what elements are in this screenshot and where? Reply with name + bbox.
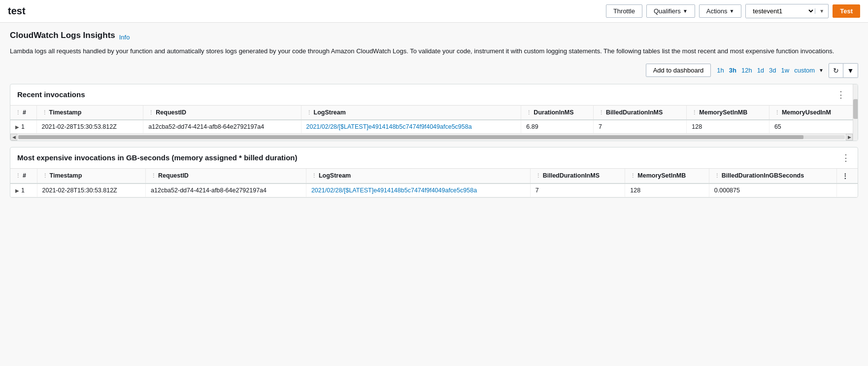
recent-invocations-header: Recent invocations ⋮: [10, 84, 853, 106]
recent-invocations-table-container: Recent invocations ⋮ ⋮# ⋮Timestamp ⋮Requ…: [10, 84, 853, 141]
cell-num: ▶1: [10, 120, 36, 134]
time-custom[interactable]: custom: [793, 66, 816, 75]
hscroll-track: [18, 135, 845, 139]
col-billed-duration: ⋮BilledDurationInMS: [594, 106, 687, 120]
expensive-invocations-table: ⋮# ⋮Timestamp ⋮RequestID ⋮LogStream ⋮Bil…: [10, 169, 858, 197]
col-logstream: ⋮LogStream: [306, 169, 530, 183]
col-drag-icon[interactable]: ⋮: [15, 173, 21, 179]
cell-more: [836, 183, 858, 197]
col-drag-icon[interactable]: ⋮: [714, 173, 720, 179]
actions-chevron-icon: ▼: [729, 8, 734, 14]
time-controls-row: Add to dashboard 1h 3h 12h 1d 3d 1w cust…: [10, 63, 858, 78]
recent-invocations-body: Recent invocations ⋮ ⋮# ⋮Timestamp ⋮Requ…: [10, 84, 858, 141]
cloudwatch-description: Lambda logs all requests handled by your…: [10, 46, 858, 56]
time-1w[interactable]: 1w: [780, 66, 791, 75]
cell-memory-used: 65: [769, 120, 853, 134]
col-memory-set: ⋮MemorySetInMB: [625, 169, 709, 183]
hscroll-left-arrow-icon[interactable]: ◀: [10, 134, 17, 141]
refresh-options-icon[interactable]: ▼: [843, 63, 858, 78]
recent-invocations-section: Recent invocations ⋮ ⋮# ⋮Timestamp ⋮Requ…: [10, 84, 858, 141]
cell-memory-set: 128: [687, 120, 769, 134]
logstream-link[interactable]: 2021/02/28/[$LATEST]e4914148b5c7474f9f40…: [306, 123, 472, 130]
recent-invocations-vscroll[interactable]: [853, 84, 858, 141]
col-billed-duration: ⋮BilledDurationInMS: [530, 169, 625, 183]
hscroll-right-arrow-icon[interactable]: ▶: [846, 134, 853, 141]
expand-arrow-icon[interactable]: ▶: [15, 124, 19, 130]
col-drag-icon[interactable]: ⋮: [692, 110, 697, 115]
cell-timestamp: 2021-02-28T15:30:53.812Z: [37, 183, 146, 197]
vscroll-thumb: [853, 99, 858, 119]
expensive-invocations-more-icon[interactable]: ⋮: [841, 152, 851, 163]
event-selector[interactable]: testevent1 ▼: [745, 4, 829, 18]
col-drag-icon[interactable]: ⋮: [42, 110, 47, 115]
recent-invocations-title: Recent invocations: [17, 90, 85, 99]
expensive-invocations-title: Most expensive invocations in GB-seconds…: [17, 153, 297, 162]
col-drag-icon[interactable]: ⋮: [15, 110, 21, 115]
recent-invocations-more-icon[interactable]: ⋮: [836, 89, 846, 100]
expensive-invocations-table-container: Most expensive invocations in GB-seconds…: [10, 147, 858, 197]
cell-logstream: 2021/02/28/[$LATEST]e4914148b5c7474f9f40…: [301, 120, 521, 134]
top-bar: test Throttle Qualifiers ▼ Actions ▼ tes…: [0, 0, 868, 23]
col-timestamp: ⋮Timestamp: [36, 106, 143, 120]
top-bar-actions: Throttle Qualifiers ▼ Actions ▼ testeven…: [606, 4, 860, 18]
col-request-id: ⋮RequestID: [146, 169, 306, 183]
col-drag-icon[interactable]: ⋮: [774, 110, 780, 115]
cloudwatch-title: CloudWatch Logs Insights: [10, 31, 115, 40]
col-drag-icon[interactable]: ⋮: [526, 110, 532, 115]
cell-logstream: 2021/02/28/[$LATEST]e4914148b5c7474f9f40…: [306, 183, 530, 197]
qualifiers-button[interactable]: Qualifiers ▼: [646, 4, 695, 18]
recent-invocations-table: ⋮# ⋮Timestamp ⋮RequestID ⋮LogStream ⋮Dur…: [10, 106, 853, 134]
event-select-arrow-icon[interactable]: ▼: [815, 8, 828, 14]
recent-invocations-hscroll[interactable]: ◀ ▶: [10, 134, 853, 141]
expensive-invocations-scroll[interactable]: ⋮# ⋮Timestamp ⋮RequestID ⋮LogStream ⋮Bil…: [10, 169, 858, 197]
col-drag-icon[interactable]: ⋮: [306, 110, 312, 115]
time-1d[interactable]: 1d: [756, 66, 765, 75]
expensive-invocations-body: Most expensive invocations in GB-seconds…: [10, 147, 858, 197]
expand-arrow-icon[interactable]: ▶: [15, 188, 19, 193]
col-drag-icon[interactable]: ⋮: [599, 110, 604, 115]
expensive-invocations-header: Most expensive invocations in GB-seconds…: [10, 147, 858, 169]
cell-num: ▶1: [10, 183, 37, 197]
info-link[interactable]: Info: [119, 34, 130, 41]
cell-request-id: a12cba52-dd74-4214-afb8-64e2792197a4: [143, 120, 301, 134]
cell-duration: 6.89: [521, 120, 594, 134]
col-drag-icon[interactable]: ⋮: [311, 173, 317, 179]
col-num: ⋮#: [10, 169, 37, 183]
cell-memory-set: 128: [625, 183, 709, 197]
test-button[interactable]: Test: [833, 4, 860, 18]
expensive-invocations-col-headers: ⋮# ⋮Timestamp ⋮RequestID ⋮LogStream ⋮Bil…: [10, 169, 858, 183]
col-drag-icon[interactable]: ⋮: [151, 173, 156, 179]
col-memory-used: ⋮MemoryUsedInM: [769, 106, 853, 120]
add-to-dashboard-button[interactable]: Add to dashboard: [646, 64, 711, 77]
time-12h[interactable]: 12h: [740, 66, 753, 75]
time-3d[interactable]: 3d: [768, 66, 777, 75]
col-num: ⋮#: [10, 106, 36, 120]
main-content: CloudWatch Logs Insights Info Lambda log…: [0, 23, 868, 212]
cell-timestamp: 2021-02-28T15:30:53.812Z: [36, 120, 143, 134]
time-3h[interactable]: 3h: [728, 66, 737, 75]
refresh-button-group: ↻ ▼: [829, 63, 858, 78]
col-drag-icon[interactable]: ⋮: [148, 110, 154, 115]
recent-invocations-scroll[interactable]: ⋮# ⋮Timestamp ⋮RequestID ⋮LogStream ⋮Dur…: [10, 106, 853, 134]
recent-invocations-col-headers: ⋮# ⋮Timestamp ⋮RequestID ⋮LogStream ⋮Dur…: [10, 106, 853, 120]
cell-billed-duration: 7: [530, 183, 625, 197]
col-request-id: ⋮RequestID: [143, 106, 301, 120]
cell-billed-duration: 7: [594, 120, 687, 134]
col-more[interactable]: ⋮: [836, 169, 858, 183]
qualifiers-chevron-icon: ▼: [683, 8, 688, 14]
col-drag-icon[interactable]: ⋮: [42, 173, 48, 179]
refresh-icon[interactable]: ↻: [829, 63, 843, 78]
col-drag-icon[interactable]: ⋮: [630, 173, 635, 179]
actions-button[interactable]: Actions ▼: [699, 4, 742, 18]
time-custom-arrow-icon[interactable]: ▼: [819, 68, 824, 73]
time-1h[interactable]: 1h: [716, 66, 725, 75]
col-billed-duration-gb: ⋮BilledDurationInGBSeconds: [709, 169, 836, 183]
event-select-input[interactable]: testevent1: [746, 4, 815, 18]
cell-billed-duration-gb: 0.000875: [709, 183, 836, 197]
logstream-link[interactable]: 2021/02/28/[$LATEST]e4914148b5c7474f9f40…: [311, 187, 477, 194]
col-drag-icon[interactable]: ⋮: [535, 173, 541, 179]
time-range-options: 1h 3h 12h 1d 3d 1w custom ▼: [716, 66, 824, 75]
throttle-button[interactable]: Throttle: [606, 4, 642, 18]
cloudwatch-header: CloudWatch Logs Insights Info: [10, 31, 858, 43]
col-logstream: ⋮LogStream: [301, 106, 521, 120]
